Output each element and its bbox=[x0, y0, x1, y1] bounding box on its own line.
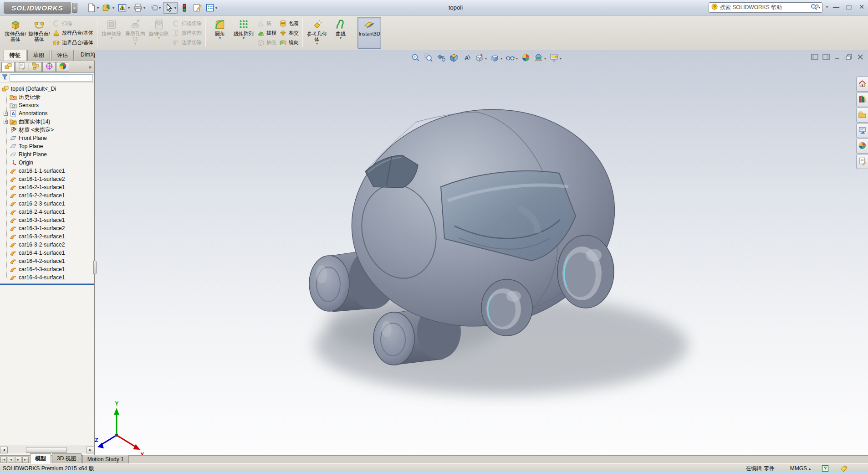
dropdown-caret-icon[interactable]: ▾ bbox=[243, 36, 245, 41]
select-tool-button[interactable]: ▾ bbox=[163, 2, 178, 14]
help-button[interactable]: ? bbox=[812, 2, 822, 11]
dropdown-caret-icon[interactable]: ▾ bbox=[485, 57, 487, 61]
doc-tab-3d-视图[interactable]: 3D 视图 bbox=[52, 453, 82, 463]
tree-item-car16-4-4-surface1[interactable]: car16-4-4-surface1 bbox=[0, 273, 94, 282]
panel-tabs-overflow[interactable]: » bbox=[89, 64, 92, 70]
ribbon-button-revolve-cut[interactable]: 旋转切除▾ bbox=[147, 17, 171, 49]
task-pane-view-palette-button[interactable] bbox=[856, 123, 868, 138]
tree-item-car16-4-3-surface1[interactable]: car16-4-3-surface1 bbox=[0, 265, 94, 273]
expand-icon[interactable]: + bbox=[4, 112, 8, 116]
restore-document-button[interactable] bbox=[845, 54, 853, 61]
ribbon-button-hole-wizard[interactable]: 异型孔向导▾ bbox=[123, 17, 147, 49]
panel-splitter-handle[interactable] bbox=[93, 261, 97, 274]
tree-item-car16-3-2-surface1[interactable]: car16-3-2-surface1 bbox=[0, 232, 94, 241]
first-tab-button[interactable]: |◄ bbox=[0, 457, 7, 463]
tree-horizontal-scrollbar[interactable]: ◄ ► bbox=[0, 446, 94, 453]
ribbon-button-shell[interactable]: 抽壳 bbox=[255, 38, 278, 47]
rebuild-button[interactable] bbox=[179, 2, 190, 14]
dropdown-caret-icon[interactable]: ▾ bbox=[111, 36, 112, 41]
ribbon-button-extrude-boss[interactable]: 拉伸凸台/基体 bbox=[4, 17, 27, 49]
dropdown-caret-icon[interactable]: ▾ bbox=[159, 6, 161, 10]
tab-评估[interactable]: 评估 bbox=[51, 50, 74, 62]
file-properties-button[interactable]: ▾ bbox=[204, 2, 219, 14]
tree-item-car16-1-1-surface1[interactable]: car16-1-1-surface1 bbox=[0, 167, 94, 175]
zoom-to-fit-button[interactable] bbox=[410, 52, 421, 64]
edit-appearance-button[interactable] bbox=[520, 52, 531, 64]
next-tab-button[interactable]: ► bbox=[15, 457, 21, 463]
ribbon-button-loft-cut[interactable]: 放样切割 bbox=[171, 28, 203, 38]
wheel-rear-right[interactable] bbox=[481, 279, 532, 336]
dropdown-caret-icon[interactable]: ▾ bbox=[112, 6, 114, 10]
tree-item-car16-2-3-surface1[interactable]: car16-2-3-surface1 bbox=[0, 200, 94, 208]
doc-tab-motion-study-1[interactable]: Motion Study 1 bbox=[82, 455, 129, 463]
ribbon-button-curves[interactable]: 曲线▾ bbox=[329, 17, 352, 49]
scroll-thumb[interactable] bbox=[26, 447, 67, 453]
undo-button[interactable]: ▾ bbox=[148, 2, 162, 14]
ribbon-button-draft[interactable]: 拔模 bbox=[255, 28, 278, 38]
ribbon-button-revolve-boss[interactable]: 旋转凸台/基体 bbox=[27, 17, 51, 49]
ribbon-button-boundary[interactable]: 边界凸台/基体 bbox=[51, 38, 95, 47]
minimize-document-button[interactable] bbox=[833, 54, 842, 61]
ribbon-button-boundary-cut[interactable]: 边界切除 bbox=[171, 38, 203, 47]
section-view-button[interactable] bbox=[448, 52, 460, 64]
dropdown-caret-icon[interactable]: ▾ bbox=[143, 6, 145, 10]
quick-tips-icon[interactable]: ? bbox=[822, 465, 829, 472]
car-3d-model[interactable]: Y X Z bbox=[95, 50, 868, 455]
new-document-button[interactable]: ▾ bbox=[86, 2, 100, 14]
dropdown-caret-icon[interactable]: ▾ bbox=[560, 57, 562, 61]
tree-item-right-plane[interactable]: Right Plane bbox=[0, 150, 94, 159]
filter-input[interactable] bbox=[10, 74, 93, 82]
task-pane-file-explorer-button[interactable] bbox=[856, 108, 868, 123]
3d-drawing-view-button[interactable]: A bbox=[461, 52, 472, 64]
menu-expand-arrow[interactable]: ▸ bbox=[72, 3, 77, 13]
orientation-triad[interactable]: Y X Z bbox=[95, 400, 144, 455]
panel-tab-dimxpert-manager[interactable] bbox=[42, 62, 56, 72]
tree-item--14-[interactable]: +曲面实体(14) bbox=[0, 118, 94, 126]
ribbon-button-mirror[interactable]: 镜向 bbox=[278, 38, 300, 47]
save-document-button[interactable]: ▾ bbox=[117, 2, 131, 14]
ribbon-button-fillet[interactable]: 圆角▾ bbox=[208, 17, 232, 49]
panel-tab-configuration-manager[interactable] bbox=[29, 62, 42, 72]
tree-item-car16-4-1-surface1[interactable]: car16-4-1-surface1 bbox=[0, 249, 94, 257]
task-pane-appearances-scenes-button[interactable] bbox=[856, 139, 868, 154]
ribbon-button-instant3d[interactable]: Instant3D bbox=[357, 17, 381, 49]
display-style-button[interactable]: ▾ bbox=[489, 52, 503, 64]
task-pane-custom-properties-button[interactable] bbox=[856, 154, 868, 169]
dropdown-caret-icon[interactable]: ▾ bbox=[544, 57, 546, 61]
previous-view-button[interactable] bbox=[435, 52, 447, 64]
scroll-left-arrow[interactable]: ◄ bbox=[0, 447, 8, 453]
dropdown-caret-icon[interactable]: ▾ bbox=[158, 36, 160, 41]
graphics-area[interactable]: Y X Z bbox=[95, 50, 868, 455]
tags-icon[interactable] bbox=[840, 465, 847, 472]
task-pane-solidworks-resources-button[interactable] bbox=[856, 77, 868, 92]
ribbon-button-extrude-cut[interactable]: 拉伸切除▾ bbox=[100, 17, 123, 49]
ribbon-button-sweep-cut[interactable]: 扫描切除 bbox=[171, 19, 203, 28]
hide-show-items-button[interactable]: ▾ bbox=[505, 52, 519, 64]
expand-icon[interactable]: + bbox=[4, 120, 8, 124]
dropdown-caret-icon[interactable]: ▾ bbox=[97, 6, 99, 10]
dropdown-caret-icon[interactable]: ▾ bbox=[174, 6, 176, 10]
ribbon-button-ref-geometry[interactable]: 参考几何体▾ bbox=[305, 17, 329, 49]
units-selector[interactable]: MMGS ▴ bbox=[790, 465, 811, 472]
options-button[interactable] bbox=[191, 2, 203, 14]
doc-tab-模型[interactable]: 模型 bbox=[30, 453, 51, 463]
tree-item-sensors[interactable]: Sensors bbox=[0, 101, 94, 109]
apply-scene-button[interactable]: ▾ bbox=[533, 52, 547, 64]
help-dropdown-icon[interactable]: ▾ bbox=[826, 5, 828, 9]
panel-tab-property-manager[interactable] bbox=[15, 62, 28, 72]
dropdown-caret-icon[interactable]: ▾ bbox=[134, 42, 136, 46]
dropdown-caret-icon[interactable]: ▾ bbox=[316, 42, 318, 46]
close-document-button[interactable] bbox=[856, 54, 864, 61]
open-document-button[interactable]: ▾ bbox=[101, 2, 116, 14]
tab-特征[interactable]: 特征 bbox=[4, 50, 26, 62]
print-document-button[interactable]: ▾ bbox=[132, 2, 147, 14]
panel-tab-display-manager[interactable] bbox=[56, 62, 69, 72]
task-pane-design-library-button[interactable] bbox=[856, 92, 868, 107]
tree-item-car16-2-4-surface1[interactable]: car16-2-4-surface1 bbox=[0, 208, 94, 216]
tree-root-item[interactable]: topoli (Default<_Di bbox=[0, 85, 94, 93]
tree-item-car16-1-1-surface2[interactable]: car16-1-1-surface2 bbox=[0, 175, 94, 183]
tree-item-car16-3-1-surface1[interactable]: car16-3-1-surface1 bbox=[0, 216, 94, 224]
tree-item-origin[interactable]: Origin bbox=[0, 159, 94, 167]
tree-item-car16-3-1-surface2[interactable]: car16-3-1-surface2 bbox=[0, 224, 94, 232]
tree-item-annotations[interactable]: +AAnnotations bbox=[0, 109, 94, 118]
